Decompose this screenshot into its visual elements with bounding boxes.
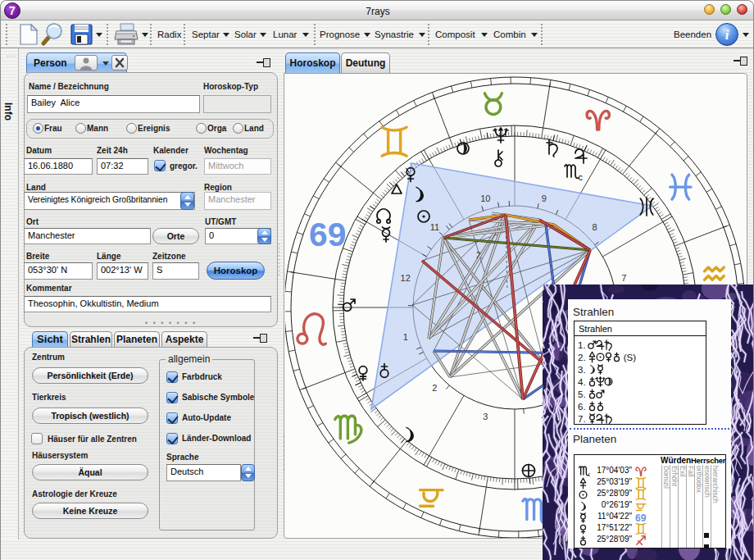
svg-text:69: 69 (309, 216, 346, 253)
svg-text:11: 11 (430, 222, 439, 232)
svg-text:c: c (579, 172, 584, 182)
svg-text:10: 10 (480, 193, 490, 203)
svg-text:9: 9 (542, 193, 547, 203)
svg-text:2: 2 (432, 383, 437, 393)
svg-text:1: 1 (403, 332, 408, 342)
svg-text:12: 12 (401, 273, 411, 283)
svg-text:3: 3 (483, 412, 488, 421)
svg-text:7: 7 (621, 273, 626, 283)
svg-text:8: 8 (593, 222, 597, 232)
